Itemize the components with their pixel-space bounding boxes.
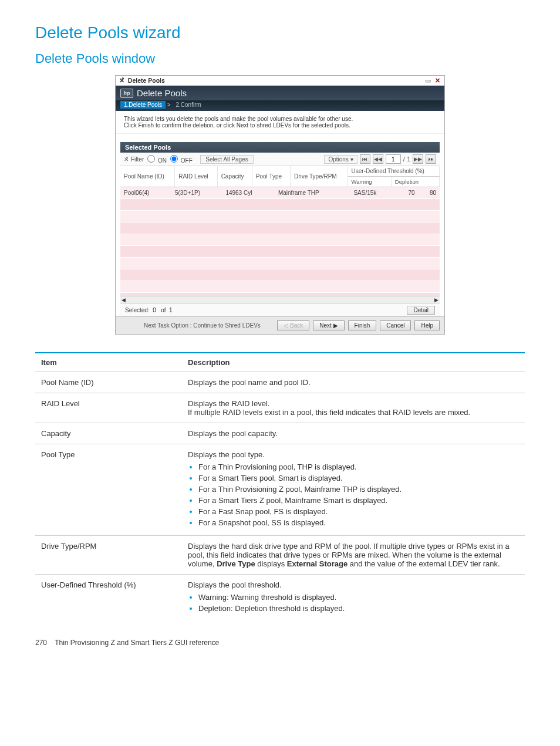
table-row [120, 234, 440, 246]
cell-raid: 5(3D+1P) [171, 187, 222, 199]
wizard-instructions: This wizard lets you delete the pools an… [116, 111, 444, 134]
filter-on-radio[interactable]: ON [146, 155, 167, 164]
list-item: Depletion: Depletion threshold is displa… [198, 604, 519, 613]
next-button[interactable]: Next ▶ [313, 320, 344, 330]
page-prev-button[interactable]: ◀◀ [373, 154, 383, 164]
cell-capacity: 14963 Cyl [222, 187, 275, 199]
desc-text: Displays the pool capacity. [182, 423, 525, 444]
horizontal-scrollbar[interactable]: ◀ ▶ [120, 296, 440, 303]
list-item: For a Thin Provisioning Z pool, Mainfram… [198, 485, 519, 494]
desc-text: Displays the RAID level. If multiple RAI… [182, 393, 525, 423]
selection-status-bar: Selected: 0 of 1 Detail [120, 303, 440, 316]
collapse-icon[interactable]: ✕̂ [119, 77, 124, 84]
col-pool-type: Pool Type [252, 166, 290, 187]
instruction-line-1: This wizard lets you delete the pools an… [124, 116, 436, 122]
col-raid: RAID Level [175, 166, 217, 187]
header-bar: hp Delete Pools [116, 86, 444, 100]
titlebar: ✕̂ Delete Pools ▭ ✕ [116, 76, 444, 86]
chapter-title: Thin Provisioning Z and Smart Tiers Z GU… [55, 639, 219, 647]
cell-warning: 70 [397, 187, 418, 199]
header-title: Delete Pools [137, 88, 187, 98]
page-next-button[interactable]: ▶▶ [413, 154, 423, 164]
desc-item: RAID Level [35, 393, 182, 423]
desc-item: Drive Type/RPM [35, 536, 182, 575]
table-row [120, 199, 440, 211]
table-row [120, 269, 440, 281]
cell-drive: SAS/15k [350, 187, 397, 199]
cancel-button[interactable]: Cancel [380, 320, 411, 330]
finish-button[interactable]: Finish [348, 320, 377, 330]
desc-text: Displays the pool threshold. Warning: Wa… [182, 575, 525, 622]
breadcrumb-step-1: 1.Delete Pools [120, 101, 166, 109]
list-item: For a Smart Tiers Z pool, Mainframe Smar… [198, 496, 519, 505]
page-footer: 270 Thin Provisioning Z and Smart Tiers … [35, 639, 525, 647]
table-row [120, 222, 440, 234]
selected-total: 1 [169, 307, 173, 313]
table-row [120, 281, 440, 293]
section-title: Delete Pools window [35, 51, 525, 66]
help-button[interactable]: Help [414, 320, 440, 330]
cell-depletion: 80 [419, 187, 440, 199]
page-title: Delete Pools wizard [35, 23, 525, 42]
breadcrumb: 1.Delete Pools > 2.Confirm [116, 100, 444, 111]
page-sep: / [403, 156, 405, 163]
col-depletion: Depletion [391, 177, 439, 187]
selected-of: of [161, 307, 166, 313]
desc-text: Displays the pool type. For a Thin Provi… [182, 444, 525, 536]
selected-pools-header: Selected Pools [120, 142, 440, 153]
desc-th-item: Item [35, 353, 182, 372]
close-icon[interactable]: ✕ [434, 77, 441, 84]
col-drive: Drive Type/RPM [291, 166, 348, 187]
scroll-right-icon[interactable]: ▶ [434, 297, 438, 303]
selected-label: Selected: [125, 307, 150, 313]
desc-text: Displays the hard disk drive type and RP… [182, 536, 525, 575]
detail-button[interactable]: Detail [407, 306, 435, 315]
back-button: ◁ Back [277, 320, 309, 330]
col-pool-name: Pool Name (ID) [120, 166, 175, 187]
desc-item: Pool Name (ID) [35, 372, 182, 393]
instruction-line-2: Click Finish to confirm the deletion, or… [124, 122, 436, 129]
table-toolbar: ✕̂ Filter ON OFF Select All Pages Option… [120, 153, 440, 166]
filter-label: Filter [131, 156, 144, 163]
options-button[interactable]: Options ▾ [324, 155, 357, 164]
wizard-window: ✕̂ Delete Pools ▭ ✕ hp Delete Pools 1.De… [115, 75, 445, 335]
desc-item: Pool Type [35, 444, 182, 536]
breadcrumb-step-2: 2.Confirm [172, 101, 204, 109]
desc-text: Displays the pool name and pool ID. [182, 372, 525, 393]
list-item: Warning: Warning threshold is displayed. [198, 593, 519, 602]
page-number: 270 [35, 639, 47, 647]
cell-pool-type: Mainframe THP [275, 187, 350, 199]
collapse-filter-icon[interactable]: ✕̂ [124, 156, 129, 163]
breadcrumb-sep: > [167, 102, 171, 108]
wizard-footer: Next Task Option : Continue to Shred LDE… [116, 316, 444, 334]
table-row [120, 211, 440, 222]
col-threshold: User-Defined Threshold (%) [348, 166, 439, 177]
table-row [120, 258, 440, 269]
selected-pools-table: Pool Name (ID) RAID Level Capacity Pool … [120, 166, 440, 187]
window-title: Delete Pools [128, 77, 165, 84]
cell-pool-name: Pool06(4) [120, 187, 171, 199]
list-item: For a Thin Provisioning pool, THP is dis… [198, 463, 519, 471]
page-first-button[interactable]: ⏮ [360, 154, 370, 164]
desc-th-description: Description [182, 353, 525, 372]
scroll-left-icon[interactable]: ◀ [122, 297, 126, 303]
page-input[interactable] [386, 154, 401, 164]
desc-item: Capacity [35, 423, 182, 444]
list-item: For a Fast Snap pool, FS is displayed. [198, 507, 519, 516]
col-capacity: Capacity [217, 166, 252, 187]
desc-item: User-Defined Threshold (%) [35, 575, 182, 622]
restore-icon[interactable]: ▭ [424, 77, 431, 84]
page-total: 1 [407, 156, 410, 163]
description-table: Item Description Pool Name (ID) Displays… [35, 352, 525, 621]
hp-logo-icon: hp [120, 89, 133, 98]
filter-off-radio[interactable]: OFF [169, 155, 193, 164]
table-row[interactable]: Pool06(4) 5(3D+1P) 14963 Cyl Mainframe T… [120, 187, 440, 199]
next-task-note: Next Task Option : Continue to Shred LDE… [144, 322, 261, 329]
page-last-button[interactable]: ⏭ [426, 154, 436, 164]
table-row [120, 246, 440, 258]
select-all-pages-button[interactable]: Select All Pages [200, 155, 253, 164]
list-item: For a Snapshot pool, SS is displayed. [198, 518, 519, 527]
list-item: For a Smart Tiers pool, Smart is display… [198, 474, 519, 482]
col-warning: Warning [348, 177, 391, 187]
selected-count: 0 [153, 307, 156, 313]
